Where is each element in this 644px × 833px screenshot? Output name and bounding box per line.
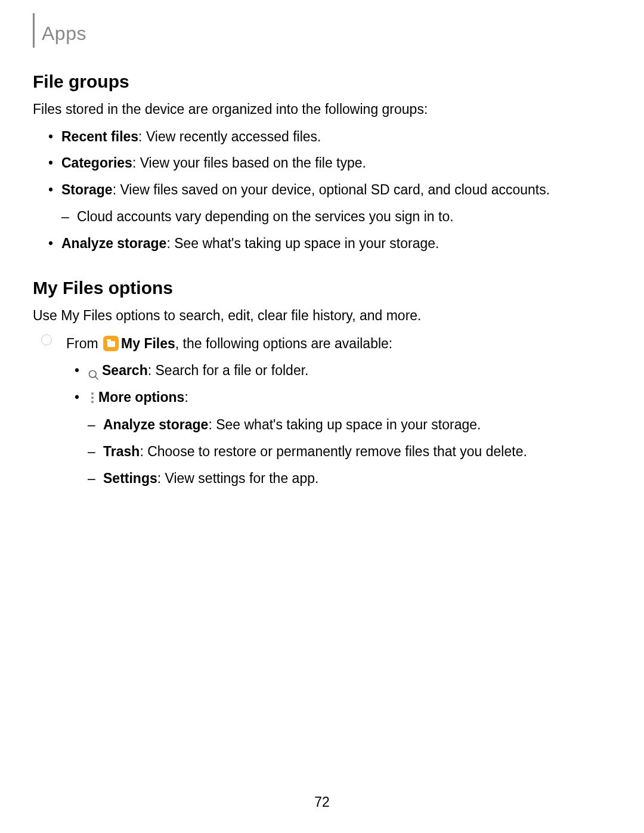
sub-analyze-label: Analyze storage <box>103 417 208 432</box>
file-groups-intro: Files stored in the device are organized… <box>33 99 611 120</box>
more-options-sublist: Analyze storage: See what's taking up sp… <box>88 414 611 489</box>
search-desc: : Search for a file or folder. <box>148 363 309 378</box>
circle-bullet-icon <box>41 335 52 345</box>
categories-desc: : View your files based on the file type… <box>132 155 366 171</box>
page-number: 72 <box>0 794 644 810</box>
page-header: Apps <box>33 0 611 48</box>
my-files-from-list: From My Files, the following options are… <box>33 332 611 490</box>
my-files-icon <box>103 336 119 351</box>
file-groups-heading: File groups <box>33 72 611 92</box>
options-list: Search: Search for a file or folder. Mor… <box>66 359 611 490</box>
from-my-files-item: From My Files, the following options are… <box>66 332 611 490</box>
option-more: More options: Analyze storage: See what'… <box>88 386 611 489</box>
from-suffix: , the following options are available: <box>175 336 392 351</box>
categories-label: Categories <box>61 155 132 171</box>
storage-label: Storage <box>61 182 113 197</box>
header-title: Apps <box>42 12 86 45</box>
list-item-storage: Storage: View files saved on your device… <box>61 179 611 228</box>
list-item-analyze-storage: Analyze storage: See what's taking up sp… <box>61 233 611 255</box>
analyze-storage-label: Analyze storage <box>61 236 166 251</box>
subitem-trash: Trash: Choose to restore or permanently … <box>103 441 611 463</box>
sub-trash-label: Trash <box>103 444 140 459</box>
sub-settings-label: Settings <box>103 470 157 486</box>
sub-settings-desc: : View settings for the app. <box>157 470 319 486</box>
search-label: Search <box>102 363 148 378</box>
recent-files-desc: : View recently accessed files. <box>138 129 321 144</box>
storage-cloud-subitem: Cloud accounts vary depending on the ser… <box>77 206 611 228</box>
from-text: From <box>66 336 102 351</box>
my-files-label: My Files <box>121 336 175 351</box>
svg-line-1 <box>95 376 98 379</box>
storage-sublist: Cloud accounts vary depending on the ser… <box>61 206 611 228</box>
storage-desc: : View files saved on your device, optio… <box>113 182 550 197</box>
file-groups-list: Recent files: View recently accessed fil… <box>33 126 611 255</box>
option-search: Search: Search for a file or folder. <box>88 359 611 382</box>
subitem-analyze-storage: Analyze storage: See what's taking up sp… <box>103 414 611 436</box>
list-item-categories: Categories: View your files based on the… <box>61 152 611 174</box>
more-options-desc: : <box>184 389 188 405</box>
sub-analyze-desc: : See what's taking up space in your sto… <box>208 417 481 432</box>
sub-trash-desc: : Choose to restore or permanently remov… <box>140 444 527 459</box>
list-item-recent-files: Recent files: View recently accessed fil… <box>61 126 611 148</box>
more-options-label: More options <box>98 389 184 405</box>
subitem-settings: Settings: View settings for the app. <box>103 467 611 490</box>
header-divider <box>33 13 35 48</box>
search-icon <box>88 365 100 377</box>
analyze-storage-desc: : See what's taking up space in your sto… <box>166 236 439 251</box>
my-files-options-intro: Use My Files options to search, edit, cl… <box>33 305 611 326</box>
more-options-icon <box>88 392 97 404</box>
my-files-options-heading: My Files options <box>33 278 611 298</box>
svg-point-0 <box>89 370 97 377</box>
recent-files-label: Recent files <box>61 129 138 144</box>
